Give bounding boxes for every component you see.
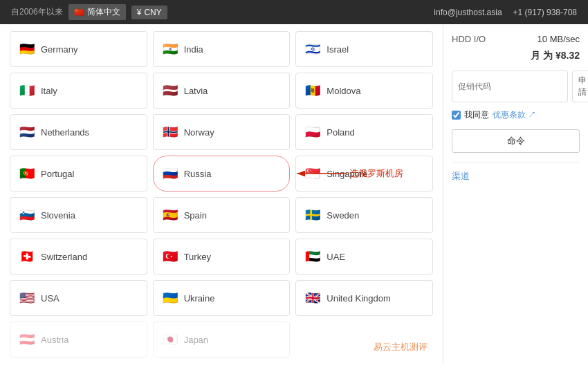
flag-icon-japan: 🇯🇵 — [162, 334, 178, 345]
country-card-netherlands[interactable]: 🇳🇱Netherlands — [10, 114, 147, 150]
agree-checkbox[interactable] — [452, 111, 461, 120]
country-name-spain: Spain — [184, 210, 207, 221]
country-card-israel[interactable]: 🇮🇱Israel — [295, 31, 433, 67]
country-name-poland: Poland — [327, 127, 354, 138]
country-card-russia[interactable]: 🇷🇺Russia — [153, 156, 291, 192]
country-name-italy: Italy — [41, 86, 57, 96]
flag-icon-norway: 🇳🇴 — [162, 127, 178, 138]
grid-wrapper: 🇩🇪Germany🇮🇳India🇮🇱Israel🇮🇹Italy🇱🇻Latvia🇲… — [10, 31, 433, 357]
country-card-norway[interactable]: 🇳🇴Norway — [153, 114, 291, 150]
flag-icon-sweden: 🇸🇪 — [304, 210, 321, 221]
promo-button[interactable]: 申請 — [572, 71, 588, 102]
language-button[interactable]: 🇨🇳 简体中文 — [68, 4, 126, 20]
flag-icon-poland: 🇵🇱 — [304, 127, 321, 138]
country-name-india: India — [184, 44, 203, 55]
currency-button[interactable]: ¥ CNY — [131, 6, 167, 19]
phone-label: +1 (917) 938-708 — [513, 8, 577, 17]
country-card-slovenia[interactable]: 🇸🇮Slovenia — [10, 197, 147, 233]
country-card-sweden[interactable]: 🇸🇪Sweden — [295, 197, 433, 233]
flag-icon-uae: 🇦🇪 — [304, 251, 321, 262]
flag-icon-spain: 🇪🇸 — [162, 210, 178, 221]
divider — [452, 162, 580, 163]
promo-row: 申請 — [452, 71, 580, 102]
country-name-japan: Japan — [184, 335, 208, 345]
flag-icon-usa: 🇺🇸 — [19, 292, 35, 304]
country-name-slovenia: Slovenia — [41, 210, 75, 221]
flag-icon-india: 🇮🇳 — [162, 44, 178, 55]
country-card-latvia[interactable]: 🇱🇻Latvia — [153, 73, 291, 109]
country-name-russia: Russia — [184, 169, 212, 179]
flag-icon: 🇨🇳 — [74, 8, 84, 17]
country-card-austria: 🇦🇹Austria — [10, 322, 147, 357]
country-name-portugal: Portugal — [41, 169, 74, 179]
channel-label: 渠道 — [452, 171, 470, 181]
country-name-norway: Norway — [184, 127, 214, 138]
country-name-singapore: Singapore — [327, 169, 367, 179]
country-card-germany[interactable]: 🇩🇪Germany — [10, 31, 147, 67]
flag-icon-austria: 🇦🇹 — [19, 334, 35, 345]
country-name-moldova: Moldova — [327, 86, 360, 96]
top-bar-right: info@justhost.asia +1 (917) 938-708 — [434, 8, 577, 17]
country-name-uae: UAE — [327, 252, 345, 262]
right-panel: HDD I/O 10 MB/sec 月 为 ¥8.32 申請 我同意 优惠条款 … — [443, 24, 588, 364]
email-label: info@justhost.asia — [434, 8, 502, 17]
flag-icon-singapore: 🇸🇬 — [304, 168, 321, 179]
country-card-singapore[interactable]: 🇸🇬Singapore — [295, 156, 433, 192]
top-bar-left: 自2006年以来 🇨🇳 简体中文 ¥ CNY — [11, 4, 167, 20]
flag-icon-latvia: 🇱🇻 — [162, 85, 178, 96]
main-layout: 🇩🇪Germany🇮🇳India🇮🇱Israel🇮🇹Italy🇱🇻Latvia🇲… — [0, 24, 588, 364]
country-name-switzerland: Switzerland — [41, 252, 87, 262]
flag-icon-israel: 🇮🇱 — [304, 44, 321, 55]
country-card-uae[interactable]: 🇦🇪UAE — [295, 239, 433, 275]
flag-icon-turkey: 🇹🇷 — [162, 251, 178, 262]
price-label: 月 为 ¥8.32 — [531, 50, 580, 61]
country-name-netherlands: Netherlands — [41, 127, 89, 138]
country-name-united-kingdom: United Kingdom — [327, 293, 391, 304]
country-name-germany: Germany — [41, 44, 77, 55]
flag-icon-portugal: 🇵🇹 — [19, 168, 35, 179]
since-label: 自2006年以来 — [11, 6, 63, 18]
agree-text: 我同意 — [464, 109, 489, 121]
price-row: 月 为 ¥8.32 — [452, 50, 580, 62]
country-name-usa: USA — [41, 293, 59, 304]
country-card-turkey[interactable]: 🇹🇷Turkey — [153, 239, 291, 275]
country-name-latvia: Latvia — [184, 86, 208, 96]
agree-row: 我同意 优惠条款 ↗ — [452, 109, 580, 121]
left-panel: 🇩🇪Germany🇮🇳India🇮🇱Israel🇮🇹Italy🇱🇻Latvia🇲… — [0, 24, 443, 364]
hdd-label: HDD I/O — [452, 34, 486, 44]
country-card-usa[interactable]: 🇺🇸USA — [10, 280, 147, 316]
currency-label: CNY — [144, 8, 161, 17]
order-button[interactable]: 命令 — [452, 129, 580, 153]
flag-icon-netherlands: 🇳🇱 — [19, 127, 35, 138]
currency-symbol: ¥ — [137, 8, 142, 17]
top-bar: 自2006年以来 🇨🇳 简体中文 ¥ CNY info@justhost.asi… — [0, 0, 588, 24]
flag-icon-russia: 🇷🇺 — [162, 168, 178, 179]
flag-icon-slovenia: 🇸🇮 — [19, 210, 35, 221]
country-name-ukraine: Ukraine — [184, 293, 215, 304]
country-card-moldova[interactable]: 🇲🇩Moldova — [295, 73, 433, 109]
country-card-japan: 🇯🇵Japan — [153, 322, 291, 357]
country-card-poland[interactable]: 🇵🇱Poland — [295, 114, 433, 150]
country-card-ukraine[interactable]: 🇺🇦Ukraine — [153, 280, 291, 316]
country-card-united-kingdom[interactable]: 🇬🇧United Kingdom — [295, 280, 433, 316]
promo-input[interactable] — [452, 71, 568, 102]
country-name-israel: Israel — [327, 44, 349, 55]
country-card-portugal[interactable]: 🇵🇹Portugal — [10, 156, 147, 192]
flag-icon-ukraine: 🇺🇦 — [162, 292, 178, 304]
country-card-spain[interactable]: 🇪🇸Spain — [153, 197, 291, 233]
language-label: 简体中文 — [87, 6, 120, 18]
hdd-value: 10 MB/sec — [538, 34, 580, 44]
flag-icon-germany: 🇩🇪 — [19, 44, 35, 55]
country-name-austria: Austria — [41, 335, 68, 345]
country-grid: 🇩🇪Germany🇮🇳India🇮🇱Israel🇮🇹Italy🇱🇻Latvia🇲… — [10, 31, 433, 357]
terms-link[interactable]: 优惠条款 ↗ — [493, 109, 536, 121]
flag-icon-moldova: 🇲🇩 — [304, 85, 321, 96]
country-card-india[interactable]: 🇮🇳India — [153, 31, 291, 67]
country-card-italy[interactable]: 🇮🇹Italy — [10, 73, 147, 109]
country-card-switzerland[interactable]: 🇨🇭Switzerland — [10, 239, 147, 275]
country-name-turkey: Turkey — [184, 252, 211, 262]
flag-icon-italy: 🇮🇹 — [19, 85, 35, 96]
flag-icon-united-kingdom: 🇬🇧 — [304, 292, 321, 304]
country-name-sweden: Sweden — [327, 210, 359, 221]
flag-icon-switzerland: 🇨🇭 — [19, 251, 35, 262]
